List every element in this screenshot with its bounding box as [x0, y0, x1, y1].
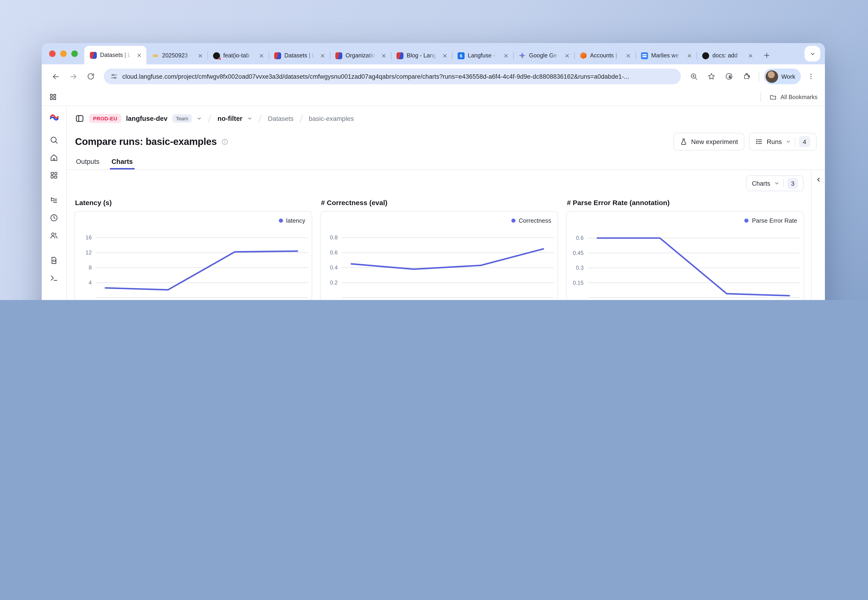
new-tab-button[interactable]: [760, 48, 774, 62]
tab-title: Datasets | La: [100, 52, 132, 58]
close-tab-icon[interactable]: [686, 52, 693, 59]
refresh-icon[interactable]: [83, 69, 98, 84]
org-plan-badge: Team: [172, 114, 192, 123]
sidebar-prompts-icon[interactable]: [46, 252, 62, 268]
new-experiment-button[interactable]: New experiment: [674, 133, 744, 150]
breadcrumb-dataset-name[interactable]: basic-examples: [309, 115, 354, 122]
browser-tab[interactable]: Langfuse -: [452, 47, 513, 64]
site-settings-icon[interactable]: [110, 73, 118, 80]
tab-title: Accounts |: [590, 52, 621, 59]
line-chart: 481216: [74, 212, 312, 300]
calendar-favicon-icon: [458, 52, 464, 59]
line-chart: 0.20.40.60.8: [320, 212, 558, 300]
sidebar-home-icon[interactable]: [46, 150, 62, 165]
tab-title: Organizatio: [346, 52, 376, 59]
browser-menu-icon[interactable]: [804, 69, 818, 84]
zoom-icon[interactable]: [686, 69, 701, 84]
minimize-window-button[interactable]: [60, 50, 67, 57]
chart-card: 481216 latency: [74, 211, 312, 300]
url-text[interactable]: cloud.langfuse.com/project/cmfwgv8fx002o…: [122, 73, 629, 80]
sidebar-search-icon[interactable]: [46, 132, 62, 148]
sidebar-playground-icon[interactable]: [46, 270, 62, 286]
close-tab-icon[interactable]: [380, 52, 387, 59]
page-title-row: Compare runs: basic-examples New experim…: [67, 133, 825, 150]
close-tab-icon[interactable]: [747, 52, 754, 59]
folder-icon: [769, 93, 777, 101]
org-name[interactable]: langfuse-dev: [126, 115, 167, 122]
forward-icon[interactable]: [66, 69, 80, 84]
project-chevron-down-icon[interactable]: [247, 116, 253, 121]
right-panel-rail: [811, 170, 825, 300]
project-name[interactable]: no-filter: [217, 115, 243, 122]
sidebar-dashboards-icon[interactable]: [46, 167, 62, 183]
close-tab-icon[interactable]: [441, 52, 448, 59]
address-bar[interactable]: cloud.langfuse.com/project/cmfwgv8fx002o…: [104, 68, 681, 84]
sidebar-sessions-icon[interactable]: [46, 210, 62, 226]
maximize-window-button[interactable]: [71, 50, 78, 57]
runs-dropdown-button[interactable]: Runs 4: [749, 133, 816, 150]
svg-text:0.4: 0.4: [330, 264, 338, 271]
browser-tab[interactable]: Organizatio: [330, 47, 391, 64]
password-manager-icon[interactable]: [722, 69, 736, 84]
info-icon[interactable]: [222, 138, 228, 145]
tab-search-chevron-icon[interactable]: [804, 46, 820, 62]
svg-text:16: 16: [85, 234, 92, 241]
close-tab-icon[interactable]: [258, 52, 265, 59]
close-tab-icon[interactable]: [563, 52, 571, 59]
all-bookmarks[interactable]: All Bookmarks: [760, 92, 818, 102]
langfuse-favicon-icon: [396, 52, 404, 59]
chart-card: 0.20.40.60.8 Correctness: [320, 211, 558, 300]
tab-outputs[interactable]: Outputs: [76, 158, 100, 170]
chart-grid: Latency (s) 481216 latency: [74, 192, 804, 300]
app-main: PROD-EU langfuse-dev Team no-filter Data…: [67, 106, 825, 300]
runs-label: Runs: [767, 138, 782, 145]
tab-title: docs: add: [712, 52, 744, 59]
close-tab-icon[interactable]: [624, 52, 632, 59]
apps-grid-icon[interactable]: [49, 93, 57, 101]
browser-tab[interactable]: Blog - Lang: [391, 47, 452, 64]
extensions-puzzle-icon[interactable]: [739, 69, 754, 84]
chart-card: 0.150.30.450.6 Parse Error Rate: [566, 211, 804, 300]
browser-tab[interactable]: Accounts |: [574, 47, 636, 64]
breadcrumb-divider: [259, 115, 262, 123]
svg-text:0.15: 0.15: [573, 280, 584, 286]
browser-tab[interactable]: Datasets | L: [269, 47, 330, 64]
content-row: Charts 3 Latency (s) 481216: [67, 170, 825, 300]
org-chevron-down-icon[interactable]: [197, 116, 202, 121]
button-divider: [783, 179, 784, 188]
chart-title: # Correctness (eval): [321, 198, 558, 206]
browser-tab[interactable]: feat(io-tab: [208, 47, 269, 64]
close-tab-icon[interactable]: [135, 52, 143, 59]
close-tab-icon[interactable]: [502, 52, 510, 59]
close-tab-icon[interactable]: [319, 52, 326, 59]
svg-text:0.45: 0.45: [573, 250, 584, 256]
langfuse-favicon-icon: [274, 52, 281, 59]
chart-title: # Parse Error Rate (annotation): [567, 198, 804, 206]
langfuse-logo-icon[interactable]: [49, 112, 59, 124]
list-icon: [756, 138, 763, 145]
breadcrumb-datasets[interactable]: Datasets: [268, 115, 294, 122]
close-window-button[interactable]: [49, 50, 56, 57]
all-bookmarks-label: All Bookmarks: [780, 94, 818, 100]
profile-chip[interactable]: Work: [764, 68, 801, 84]
new-experiment-label: New experiment: [691, 138, 738, 145]
sidebar-users-icon[interactable]: [46, 227, 62, 243]
charts-filter-button[interactable]: Charts 3: [746, 176, 804, 191]
charts-count-badge: 3: [788, 178, 798, 189]
legend-label: latency: [286, 217, 305, 224]
close-tab-icon[interactable]: [196, 52, 204, 59]
browser-tab[interactable]: docs: add: [697, 47, 758, 64]
sidebar-tracing-icon[interactable]: [46, 192, 62, 208]
sidebar-toggle-icon[interactable]: [75, 114, 84, 123]
browser-tab[interactable]: 20250923: [146, 47, 208, 64]
browser-tab[interactable]: Marlies we: [636, 47, 697, 64]
charts-toolbar: Charts 3: [74, 176, 804, 191]
sidebar-scores-icon[interactable]: [46, 295, 62, 300]
collapse-chevron-left-icon[interactable]: [815, 176, 821, 183]
browser-tab[interactable]: Google Ge: [513, 47, 574, 64]
browser-tab[interactable]: Datasets | La: [84, 46, 146, 64]
tab-charts[interactable]: Charts: [112, 158, 133, 170]
bookmark-star-icon[interactable]: [704, 69, 719, 84]
back-icon[interactable]: [48, 69, 63, 84]
breadcrumb-divider: [208, 115, 211, 123]
